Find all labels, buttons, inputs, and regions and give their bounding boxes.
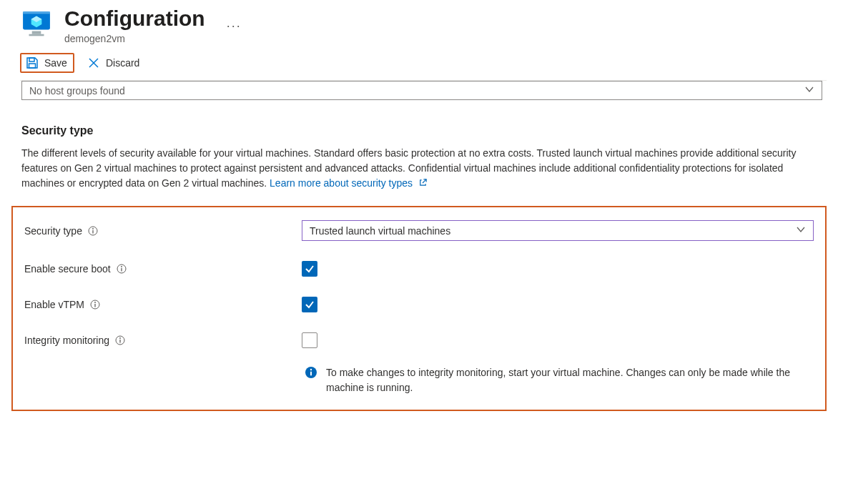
integrity-note: To make changes to integrity monitoring,… bbox=[305, 365, 805, 395]
save-button-label: Save bbox=[44, 57, 67, 69]
secure-boot-label: Enable secure boot bbox=[24, 263, 302, 275]
learn-more-link[interactable]: Learn more about security types bbox=[270, 177, 428, 189]
svg-rect-2 bbox=[23, 11, 50, 14]
info-icon[interactable] bbox=[88, 226, 98, 236]
page-title: Configuration bbox=[64, 6, 205, 31]
svg-line-11 bbox=[423, 179, 426, 183]
integrity-monitoring-checkbox[interactable] bbox=[302, 332, 317, 348]
vm-icon bbox=[21, 9, 51, 39]
security-description: The different levels of security availab… bbox=[21, 146, 815, 192]
page-subtitle: demogen2vm bbox=[64, 33, 205, 44]
svg-rect-6 bbox=[29, 34, 44, 36]
security-type-label: Security type bbox=[24, 225, 302, 237]
info-icon[interactable] bbox=[117, 264, 127, 274]
integrity-note-text: To make changes to integrity monitoring,… bbox=[326, 365, 805, 395]
security-settings-panel: Security type Trusted launch virtual mac… bbox=[11, 206, 827, 411]
chevron-down-icon bbox=[804, 84, 814, 97]
info-solid-icon bbox=[305, 366, 317, 381]
security-type-value: Trusted launch virtual machines bbox=[310, 225, 450, 237]
security-type-select[interactable]: Trusted launch virtual machines bbox=[302, 220, 814, 241]
chevron-down-icon bbox=[796, 224, 806, 237]
info-icon[interactable] bbox=[115, 335, 125, 345]
svg-point-13 bbox=[92, 228, 94, 229]
close-icon bbox=[87, 56, 100, 69]
save-icon bbox=[26, 56, 39, 69]
integrity-monitoring-label: Integrity monitoring bbox=[24, 335, 302, 346]
external-link-icon bbox=[418, 177, 428, 192]
svg-rect-26 bbox=[310, 372, 312, 376]
security-type-heading: Security type bbox=[21, 124, 827, 137]
svg-point-16 bbox=[121, 266, 122, 267]
svg-point-19 bbox=[94, 302, 96, 303]
toolbar: Save Discard bbox=[20, 44, 827, 81]
more-actions-button[interactable]: ··· bbox=[227, 19, 242, 34]
vtpm-label: Enable vTPM bbox=[24, 299, 302, 310]
secure-boot-checkbox[interactable] bbox=[302, 261, 317, 277]
save-button[interactable]: Save bbox=[20, 53, 74, 73]
svg-rect-5 bbox=[32, 31, 41, 34]
vtpm-checkbox[interactable] bbox=[302, 297, 317, 312]
svg-point-25 bbox=[310, 369, 312, 370]
svg-rect-7 bbox=[29, 58, 34, 61]
svg-rect-8 bbox=[29, 64, 36, 68]
check-icon bbox=[305, 264, 315, 274]
discard-button-label: Discard bbox=[106, 57, 139, 69]
page-header: Configuration demogen2vm ··· bbox=[21, 0, 827, 44]
host-group-dropdown[interactable]: No host groups found bbox=[21, 81, 822, 100]
check-icon bbox=[305, 300, 315, 310]
discard-button[interactable]: Discard bbox=[80, 54, 147, 72]
svg-point-22 bbox=[119, 337, 121, 339]
info-icon[interactable] bbox=[90, 300, 100, 310]
host-group-placeholder: No host groups found bbox=[29, 85, 125, 97]
